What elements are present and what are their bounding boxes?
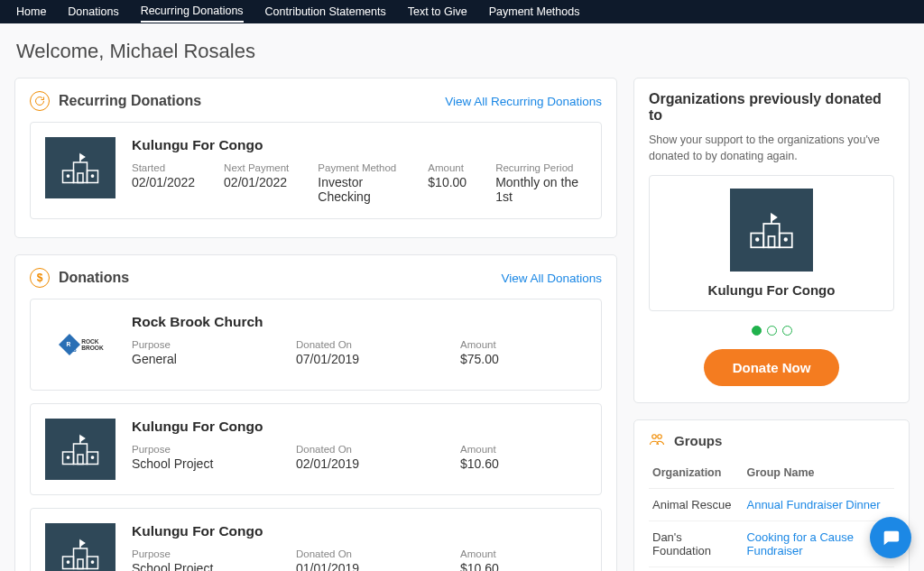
group-link[interactable]: Annual Fundraiser Dinner <box>746 498 880 511</box>
group-org: Jordan's Nonprofit <box>649 567 743 572</box>
previous-orgs-subtitle: Show your support to the organizations y… <box>649 133 894 164</box>
svg-point-35 <box>756 238 759 241</box>
svg-marker-25 <box>80 540 85 546</box>
chat-widget[interactable] <box>870 517 911 558</box>
svg-point-20 <box>91 456 93 458</box>
donation-org-name: Kulungu For Congo <box>132 419 587 435</box>
donations-title: Donations <box>59 270 129 286</box>
recurring-title: Recurring Donations <box>59 93 201 109</box>
svg-rect-5 <box>78 173 83 183</box>
carousel-dots <box>649 324 894 338</box>
groups-panel: Groups Organization Group Name Animal Re… <box>633 419 910 571</box>
featured-org-card[interactable]: Kulungu For Congo <box>649 175 894 311</box>
nav-recurring-donations[interactable]: Recurring Donations <box>141 1 244 23</box>
donation-card[interactable]: RBROCKBROOKRock Brook ChurchPurposeGener… <box>30 299 602 391</box>
recurring-icon <box>30 91 50 111</box>
carousel-dot[interactable] <box>782 326 792 336</box>
nav-home[interactable]: Home <box>16 2 46 22</box>
svg-point-38 <box>658 435 662 439</box>
recurring-org-name: Kulungu For Congo <box>132 137 587 153</box>
recurring-donations-panel: Recurring Donations View All Recurring D… <box>14 78 617 238</box>
table-row: Jordan's NonprofitJordan's Nonprofit Boa… <box>649 567 894 572</box>
group-org: Animal Rescue <box>649 489 743 521</box>
table-row: Dan's FoundationCooking for a Cause Fund… <box>649 521 894 567</box>
org-logo: RBROCKBROOK <box>45 314 116 375</box>
svg-point-27 <box>67 561 69 563</box>
svg-text:B: B <box>72 346 77 353</box>
groups-header-org: Organization <box>649 461 743 489</box>
nav-donations[interactable]: Donations <box>68 2 118 22</box>
nav-text-to-give[interactable]: Text to Give <box>408 2 467 22</box>
featured-org-logo <box>730 189 813 272</box>
svg-point-6 <box>67 175 69 177</box>
donations-panel: $ Donations View All Donations RBROCKBRO… <box>14 254 617 571</box>
previous-orgs-panel: Organizations previously donated to Show… <box>633 78 910 403</box>
featured-org-name: Kulungu For Congo <box>662 282 881 298</box>
carousel-dot[interactable] <box>767 326 777 336</box>
nav-payment-methods[interactable]: Payment Methods <box>489 2 580 22</box>
group-link[interactable]: Cooking for a Cause Fundraiser <box>746 530 854 557</box>
people-icon <box>649 433 665 448</box>
nav-contribution-statements[interactable]: Contribution Statements <box>265 2 386 22</box>
groups-heading: Groups <box>674 433 722 448</box>
svg-text:R: R <box>66 341 70 347</box>
svg-marker-17 <box>80 436 85 441</box>
groups-header-name: Group Name <box>743 461 894 489</box>
org-logo <box>45 137 116 198</box>
svg-marker-33 <box>772 215 776 221</box>
top-nav: HomeDonationsRecurring DonationsContribu… <box>0 0 924 23</box>
donation-org-name: Kulungu For Congo <box>132 523 587 539</box>
svg-rect-26 <box>78 559 83 569</box>
svg-point-7 <box>91 175 93 177</box>
svg-rect-18 <box>78 455 83 465</box>
donation-card[interactable]: Kulungu For CongoPurposeSchool ProjectDo… <box>30 508 602 571</box>
svg-point-36 <box>784 238 787 241</box>
view-all-recurring-link[interactable]: View All Recurring Donations <box>445 95 602 108</box>
svg-rect-34 <box>769 236 775 247</box>
group-org: Dan's Foundation <box>649 521 743 567</box>
svg-text:ROCK: ROCK <box>81 338 99 345</box>
carousel-dot[interactable] <box>752 326 762 336</box>
org-logo <box>45 419 116 480</box>
donation-card[interactable]: Kulungu For CongoPurposeSchool ProjectDo… <box>30 403 602 495</box>
donate-now-button[interactable]: Donate Now <box>704 349 840 386</box>
table-row: Animal RescueAnnual Fundraiser Dinner <box>649 489 894 521</box>
recurring-card[interactable]: Kulungu For Congo Started 02/01/2022 Nex… <box>30 122 602 219</box>
dollar-icon: $ <box>30 268 50 288</box>
groups-table: Organization Group Name Animal RescueAnn… <box>649 461 894 571</box>
org-logo <box>45 523 116 571</box>
svg-point-28 <box>91 561 93 563</box>
view-all-donations-link[interactable]: View All Donations <box>501 272 602 285</box>
previous-orgs-title: Organizations previously donated to <box>649 91 894 124</box>
svg-marker-4 <box>80 154 85 160</box>
donation-org-name: Rock Brook Church <box>132 314 587 330</box>
svg-text:BROOK: BROOK <box>81 345 104 351</box>
welcome-heading: Welcome, Michael Rosales <box>16 40 908 63</box>
svg-point-37 <box>652 435 657 439</box>
svg-point-19 <box>67 456 69 458</box>
